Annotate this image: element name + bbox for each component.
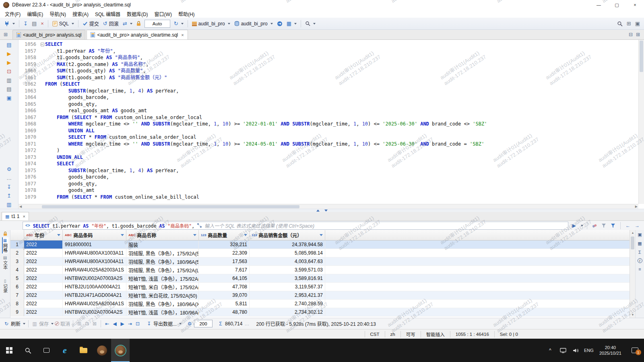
row-number[interactable]: 2 xyxy=(10,249,24,257)
grid-cell[interactable]: 5,811 xyxy=(199,300,250,308)
delete-script-button[interactable]: × xyxy=(39,19,45,29)
navigator-sync-button[interactable] xyxy=(275,19,284,29)
row-count-sigma-icon[interactable]: Σ xyxy=(217,321,224,327)
column-header[interactable]: ABC商品名称 xyxy=(126,230,199,240)
cancel-label[interactable]: 取消 xyxy=(60,320,70,327)
code-line[interactable]: 1056−SELECT xyxy=(19,41,638,48)
grid-cell[interactable]: 39,070 xyxy=(199,291,250,299)
dbeaver-taskbar-button-2[interactable] xyxy=(111,339,130,362)
code-line[interactable]: 1071 WHERE mgclear_time <> '' AND SUBSTR… xyxy=(19,141,638,148)
expand-up-icon[interactable] xyxy=(316,210,320,212)
grid-cell[interactable]: 3,589,816.91 xyxy=(250,274,325,282)
ie-button[interactable]: e xyxy=(56,339,74,362)
menu-item[interactable]: 文件(F) xyxy=(2,10,24,18)
focus-row-icon[interactable]: ⊡ xyxy=(134,321,141,327)
transaction-mode-button[interactable]: ⇄ xyxy=(121,19,134,29)
language-indicator[interactable]: ENG xyxy=(582,339,595,362)
code-line[interactable]: 1079 FROM (SELECT * FROM custom_online_s… xyxy=(19,194,638,201)
grid-cell[interactable]: 羽绒服, 黑色（净色），175/92A(L) xyxy=(126,266,199,274)
taskbar-clock[interactable]: 20:40 2025/10/21 xyxy=(595,345,625,356)
code-line[interactable]: 1069 UNION ALL xyxy=(19,128,638,134)
row-number[interactable]: 1 xyxy=(10,241,24,249)
volume-tray-button[interactable] xyxy=(570,339,582,362)
history-forward-icon[interactable]: → xyxy=(634,222,641,229)
editor-vertical-scrollbar[interactable] xyxy=(638,40,644,204)
filter-icon[interactable] xyxy=(609,222,617,229)
grid-cell[interactable]: 2022 xyxy=(24,274,63,282)
previous-row-icon[interactable]: ◀ xyxy=(111,321,118,327)
more-icon[interactable]: … xyxy=(244,321,250,327)
grid-cell[interactable]: 短袖T恤, 浅蓝（净色），175/92A(L) xyxy=(126,274,199,282)
grid-cell[interactable]: 7,617 xyxy=(199,266,250,274)
column-filter-icon[interactable] xyxy=(320,234,323,236)
grid-cell[interactable]: 短袖T恤, 米白花纹, 175/92A(50) xyxy=(126,291,199,299)
code-line[interactable]: 1058 t1.goods_barcode AS "商品条码", xyxy=(19,54,638,61)
code-line[interactable]: 1065 goods_qty, xyxy=(19,101,638,108)
grid-cell[interactable]: 2022 xyxy=(24,241,63,249)
grid-cell[interactable]: 2,740,288.59 xyxy=(250,300,325,308)
maximize-button[interactable]: ▢ xyxy=(608,0,626,10)
autocommit-lock-button[interactable] xyxy=(135,19,142,29)
grid-cell[interactable]: 羽绒服, 黑色（净色），180/96A(52) xyxy=(126,257,199,265)
column-header[interactable]: 123商品销售金额（元） xyxy=(250,230,325,240)
row-number[interactable]: 6 xyxy=(10,283,24,291)
start-button[interactable] xyxy=(0,339,19,362)
grid-cell[interactable]: 服装 xyxy=(126,241,199,249)
menu-item[interactable]: 数据库(D) xyxy=(124,10,151,18)
templates-icon[interactable]: ▤ xyxy=(5,86,13,93)
grid-cell[interactable]: 48,780 xyxy=(199,308,250,316)
export-file-icon[interactable]: ↧ xyxy=(5,183,13,190)
grid-cell[interactable]: 2022 xyxy=(24,266,63,274)
grid-cell[interactable]: HNTBW2U002A07003A2S xyxy=(63,274,126,282)
collapse-down-icon[interactable] xyxy=(324,210,328,212)
last-row-icon[interactable]: ⇥ xyxy=(127,321,133,327)
next-row-icon[interactable]: ▶ xyxy=(119,321,126,327)
grid-cell[interactable]: 4,003,647.63 xyxy=(250,257,325,265)
row-number[interactable]: 7 xyxy=(10,291,24,299)
output-panel-icon[interactable]: ▣ xyxy=(5,95,13,101)
row-number[interactable]: 4 xyxy=(10,266,24,274)
code-line[interactable]: 1059 MAX(t2.goods_name) AS "商品名称", xyxy=(19,61,638,68)
tab-analysis-cleartime-sql[interactable]: <audit_bi_pro> analysis_cleartime.sql × xyxy=(87,30,188,39)
row-number[interactable]: 9 xyxy=(10,308,24,316)
load-script-button[interactable]: ↧ xyxy=(22,19,29,29)
grid-cell[interactable]: 328,211 xyxy=(199,241,250,249)
grid-cell[interactable]: HWRAW4U025A62004A1S xyxy=(63,300,126,308)
metadata-panel-icon[interactable]: i xyxy=(638,258,642,263)
delete-row-icon[interactable]: ⊠ xyxy=(91,321,98,327)
editor-horizontal-scrollbar[interactable]: ◀ ▶ xyxy=(19,204,638,209)
column-header[interactable]: ABC年份 xyxy=(24,230,63,240)
open-script-button[interactable]: ▤ xyxy=(30,19,38,29)
grid-cell[interactable]: 2,734,302.12 xyxy=(250,308,325,316)
result-settings-gear-icon[interactable]: ⚙ xyxy=(186,321,193,327)
first-row-icon[interactable]: ⇤ xyxy=(104,321,110,327)
explain-plan-icon[interactable]: ▥ xyxy=(5,77,13,84)
transaction-auto-indicator[interactable]: Auto xyxy=(144,20,170,28)
settings-gear-icon[interactable]: ⚙ xyxy=(5,166,13,173)
grid-cell[interactable]: 2022 xyxy=(24,300,63,308)
export-data-label[interactable]: 导出数据... xyxy=(153,320,177,327)
table-row[interactable]: 52022HNTBW2U002A07003A2S短袖T恤, 浅蓝（净色），175… xyxy=(10,274,630,283)
maximize-view-icon[interactable]: ⊞ xyxy=(636,32,640,37)
grid-cell[interactable]: 2022 xyxy=(24,291,63,299)
commit-button[interactable]: 提交 xyxy=(81,19,101,29)
row-number[interactable]: 3 xyxy=(10,257,24,265)
grid-cell[interactable]: 2022 xyxy=(24,308,63,316)
code-line[interactable]: 1068 WHERE mgclear_time <> '' AND SUBSTR… xyxy=(19,121,638,128)
grid-cell[interactable]: HWRAW4U800AX1003A11 xyxy=(63,249,126,257)
filter-input[interactable]: <> SELECT t1.perYear AS "年份", t1.goods_b… xyxy=(23,222,568,230)
grid-cell[interactable]: 47,708 xyxy=(199,283,250,291)
schema-selector[interactable]: audit_bi_pro xyxy=(233,19,275,29)
grid-cell[interactable]: 2022 xyxy=(24,283,63,291)
grid-cell[interactable]: 24,378,944.58 xyxy=(250,241,325,249)
grid-cell[interactable]: HNTBJ2U100AA0004A21 xyxy=(63,283,126,291)
code-line[interactable]: 1078 goods_amt xyxy=(19,187,638,194)
execute-script-icon[interactable]: ▶ xyxy=(5,59,13,66)
code-line[interactable]: 1057 t1.perYear AS "年份", xyxy=(19,48,638,55)
grid-cell[interactable]: HNTBW2U002A07004A2S xyxy=(63,308,126,316)
rollback-button[interactable]: ↺ 回滚 xyxy=(101,19,120,29)
taskbar-search-button[interactable] xyxy=(19,339,37,362)
tray-expand-button[interactable]: ^ xyxy=(544,339,557,362)
column-filter-icon[interactable] xyxy=(57,234,60,236)
table-row[interactable]: 82022HWRAW4U025A62004A1S羽绒服, 黑色（净色），180/… xyxy=(10,300,630,308)
